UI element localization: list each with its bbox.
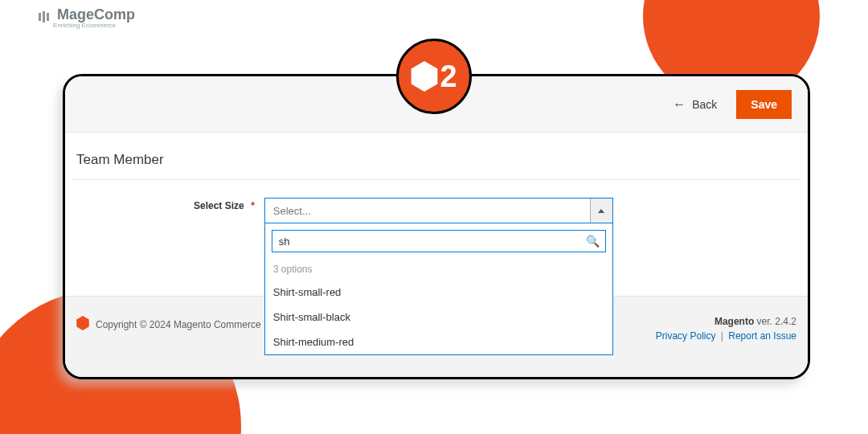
logo-bars-icon <box>39 10 51 23</box>
admin-panel: ← Back Save Team Member Select Size * Se… <box>63 74 810 379</box>
dropdown-search-input[interactable] <box>272 230 606 252</box>
select-option[interactable]: Shirt-small-black <box>265 305 612 330</box>
section-title: Team Member <box>73 147 800 179</box>
footer-left: Copyright © 2024 Magento Commerce Inc. <box>76 316 279 333</box>
magento2-badge: 2 <box>396 39 472 114</box>
select-size-toggle[interactable]: Select... <box>264 198 613 223</box>
copyright-text: Copyright © 2024 Magento Commerce Inc. <box>96 319 279 330</box>
version-line: Magento ver. 2.4.2 <box>656 316 796 327</box>
dropdown-search-row: 🔍 <box>265 223 612 259</box>
footer-right: Magento ver. 2.4.2 Privacy Policy | Repo… <box>656 316 796 342</box>
select-option[interactable]: Shirt-small-red <box>265 280 612 305</box>
select-size-label: Select Size <box>194 194 244 211</box>
back-button[interactable]: ← Back <box>665 92 725 117</box>
link-separator: | <box>721 330 723 342</box>
version-number: 2.4.2 <box>775 316 796 327</box>
select-size-control: Select... 🔍 3 options Shirt-small-red Sh… <box>264 198 613 223</box>
magecomp-logo: MageComp Enriching Ecommerce <box>39 6 135 29</box>
field-select-size: Select Size * Select... 🔍 3 options Shir… <box>73 198 800 223</box>
save-label: Save <box>751 98 777 111</box>
footer-links: Privacy Policy | Report an Issue <box>656 330 796 342</box>
logo-name: MageComp <box>57 6 135 23</box>
magento-icon <box>411 61 438 92</box>
back-label: Back <box>692 98 717 111</box>
privacy-policy-link[interactable]: Privacy Policy <box>656 330 716 342</box>
report-issue-link[interactable]: Report an Issue <box>728 330 796 342</box>
product-name: Magento <box>714 316 754 327</box>
content-area: Team Member Select Size * Select... 🔍 3 … <box>65 133 808 223</box>
select-placeholder: Select... <box>265 205 311 217</box>
chevron-up-icon <box>590 199 612 223</box>
save-button[interactable]: Save <box>736 90 792 119</box>
magento-small-icon <box>76 316 89 333</box>
version-prefix: ver. <box>754 316 775 327</box>
select-size-dropdown: 🔍 3 options Shirt-small-red Shirt-small-… <box>264 223 613 355</box>
divider <box>73 179 800 180</box>
options-count: 3 options <box>265 259 612 280</box>
badge-number: 2 <box>440 59 457 94</box>
field-label-wrap: Select Size * <box>194 198 255 212</box>
required-mark: * <box>251 194 255 211</box>
arrow-left-icon: ← <box>673 97 686 112</box>
logo-tagline: Enriching Ecommerce <box>53 22 135 29</box>
select-option[interactable]: Shirt-medium-red <box>265 330 612 354</box>
